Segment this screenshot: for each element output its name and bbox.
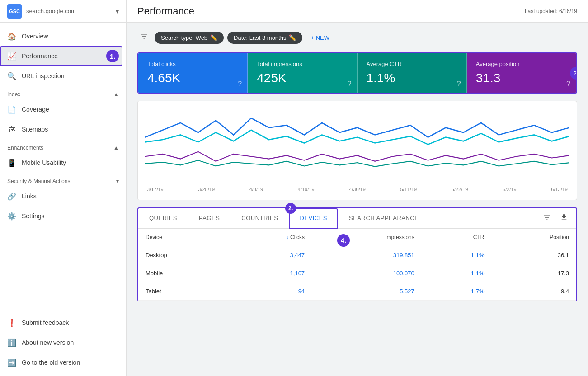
new-button-label: + NEW [310,34,329,41]
settings-icon: ⚙️ [7,212,16,221]
sidebar-item-settings[interactable]: ⚙️ Settings [0,206,122,226]
sidebar-item-label: URL inspection [22,72,64,80]
metric-ctr-value: 1.1% [367,71,457,85]
sidebar-item-performance[interactable]: 📈 Performance 1. [0,46,122,66]
col-position: Position [491,229,576,246]
page-title: Performance [137,5,194,17]
sidebar-item-label: Performance [22,52,58,60]
app-logo: GSC [7,4,22,19]
site-name: search.google.com [26,8,111,14]
table-row: Desktop 3,447 319,851 1.1% 36.1 [138,246,576,264]
desktop-impressions: 319,851 [312,246,422,264]
index-section-header[interactable]: Index ▲ [0,86,126,99]
metric-position-label: Average position [476,61,567,67]
new-button[interactable]: + NEW [306,32,334,44]
edit-icon: ✏️ [289,34,296,41]
sidebar-item-mobile-usability[interactable]: 📱 Mobile Usability [0,153,122,173]
annotation-3: 3. [570,67,577,80]
impressions-help-icon[interactable]: ? [348,80,352,88]
performance-icon: 📈 [7,52,16,61]
desktop-ctr: 1.1% [422,246,492,264]
chart-label-7: 6/2/19 [503,187,517,192]
sidebar-item-label: About new version [22,339,74,346]
tab-pages[interactable]: PAGES [188,208,230,229]
tab-countries[interactable]: COUNTRIES [230,208,289,229]
mobile-clicks: 1,107 [229,264,312,282]
col-clicks[interactable]: ↓ Clicks [229,229,312,246]
sidebar: GSC search.google.com ▾ 🏠 Overview 📈 Per… [0,0,127,376]
security-section-header[interactable]: Security & Manual Actions ▾ [0,173,126,186]
feedback-icon: ❗ [7,318,16,327]
tablet-ctr: 1.7% [422,282,492,301]
tabs-section: QUERIES PAGES COUNTRIES DEVICES 2. SEARC… [137,207,577,301]
metric-clicks-label: Total clicks [147,61,238,67]
site-dropdown-icon[interactable]: ▾ [116,8,119,15]
edit-icon: ✏️ [210,34,217,41]
metric-card-ctr[interactable]: Average CTR 1.1% ? [358,53,467,93]
clicks-help-icon[interactable]: ? [238,80,242,88]
search-type-chip[interactable]: Search type: Web ✏️ [155,32,224,44]
sidebar-item-label: Submit feedback [22,319,69,326]
date-label: Date: Last 3 months [234,34,286,41]
sidebar-logo: GSC search.google.com ▾ [0,0,126,23]
main-header: Performance Last updated: 6/16/19 [127,0,588,23]
sitemaps-icon: 🗺 [7,125,16,134]
annotation-3-badge: 3. [570,67,577,80]
tab-actions [535,208,576,228]
metric-card-position[interactable]: Average position 31.3 ? [467,53,576,93]
sidebar-item-url-inspection[interactable]: 🔍 URL inspection [0,66,122,86]
tab-devices[interactable]: DEVICES 2. [289,208,338,229]
metric-impressions-label: Total impressions [257,61,348,67]
chart-area: 3/17/19 3/28/19 4/8/19 4/19/19 4/30/19 5… [137,101,577,200]
metric-impressions-value: 425K [257,71,348,85]
date-chip[interactable]: Date: Last 3 months ✏️ [227,32,302,44]
chart-label-2: 4/8/19 [249,187,263,192]
tabs-bar: QUERIES PAGES COUNTRIES DEVICES 2. SEARC… [138,208,576,229]
sidebar-item-sitemaps[interactable]: 🗺 Sitemaps [0,119,122,139]
tablet-impressions: 5,527 [312,282,422,301]
device-name-tablet: Tablet [138,282,229,301]
sidebar-item-links[interactable]: 🔗 Links [0,186,122,206]
chart-label-8: 6/13/19 [551,187,568,192]
table-header-row: Device ↓ Clicks Impressions CTR [138,229,576,246]
annotation-4: 4. [337,234,350,247]
sidebar-item-label: Settings [22,212,45,220]
info-icon: ℹ️ [7,338,16,347]
sidebar-item-coverage[interactable]: 📄 Coverage [0,99,122,119]
coverage-icon: 📄 [7,105,16,114]
enhancements-section-header[interactable]: Enhancements ▲ [0,139,126,153]
enhancements-section-label: Enhancements [7,145,43,151]
table-row: Mobile 1,107 100,070 1.1% 17.3 [138,264,576,282]
sidebar-item-submit-feedback[interactable]: ❗ Submit feedback [0,313,122,333]
device-name-desktop: Desktop [138,246,229,264]
links-icon: 🔗 [7,192,16,201]
last-updated: Last updated: 6/16/19 [525,8,577,14]
metrics-box: Total clicks 4.65K ? Total impressions 4… [137,52,577,94]
metric-card-impressions[interactable]: Total impressions 425K ? [248,53,357,93]
performance-chart [145,108,569,185]
sidebar-item-overview[interactable]: 🏠 Overview [0,26,122,46]
metric-card-clicks[interactable]: Total clicks 4.65K ? [138,53,248,93]
sidebar-item-label: Sitemaps [22,126,48,133]
sidebar-item-about-new-version[interactable]: ℹ️ About new version [0,333,122,352]
tablet-position: 9.4 [491,282,576,301]
sidebar-item-old-version[interactable]: ➡️ Go to the old version [0,352,122,372]
sidebar-item-label: Overview [22,33,48,40]
filter-rows-button[interactable] [540,211,554,226]
position-help-icon[interactable]: ? [566,80,570,88]
tab-queries[interactable]: QUERIES [138,208,188,229]
tab-search-appearance[interactable]: SEARCH APPEARANCE [338,208,429,229]
devices-table: Device ↓ Clicks Impressions CTR [138,229,576,301]
col-device: Device [138,229,229,246]
table-container: 4. Device ↓ Clicks Impressi [138,229,576,301]
filter-button[interactable] [137,30,151,45]
security-collapse-icon: ▾ [116,178,119,184]
download-button[interactable] [557,211,571,226]
metric-ctr-label: Average CTR [367,61,457,67]
ctr-help-icon[interactable]: ? [457,80,461,88]
metric-position-value: 31.3 [476,71,567,85]
tablet-clicks: 94 [229,282,312,301]
index-section-label: Index [7,91,20,98]
desktop-position: 36.1 [491,246,576,264]
chart-label-6: 5/22/19 [452,187,468,192]
